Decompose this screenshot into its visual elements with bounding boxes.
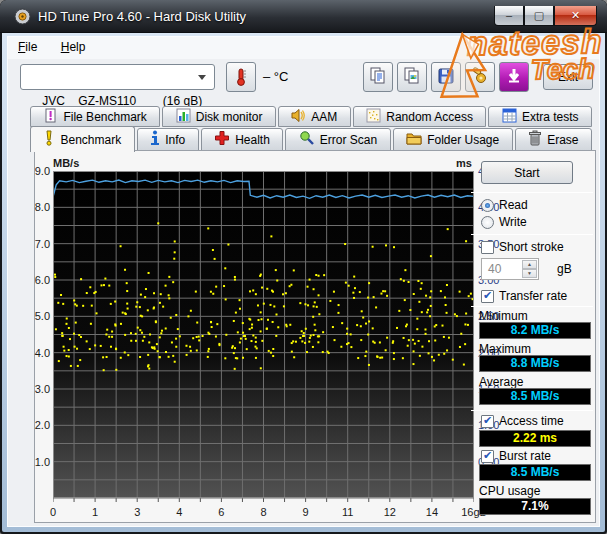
menu-help[interactable]: Help xyxy=(51,37,96,57)
options-button[interactable] xyxy=(465,62,495,92)
magnifier-icon xyxy=(299,130,315,149)
x-axis-tick: 0 xyxy=(33,506,73,518)
start-button[interactable]: Start xyxy=(481,161,573,184)
thermometer-icon xyxy=(232,67,250,87)
tab-label: Disk monitor xyxy=(196,110,263,124)
tab-error-scan[interactable]: Error Scan xyxy=(285,128,390,151)
tab-extra-tests[interactable]: Extra tests xyxy=(488,106,592,127)
x-axis-tick: 6 xyxy=(201,506,241,518)
tab-label: Health xyxy=(235,133,270,147)
exclamation-icon xyxy=(43,130,55,149)
separator xyxy=(471,306,593,307)
download-icon xyxy=(505,67,523,88)
minimum-label: Minimum xyxy=(479,309,528,323)
drive-select-dropdown[interactable]: JVC GZ-MS110 (16 gB) xyxy=(20,64,215,90)
copy-image-button[interactable] xyxy=(397,62,427,92)
tab-label: Extra tests xyxy=(522,110,579,124)
read-radio[interactable] xyxy=(481,199,494,212)
write-radio[interactable] xyxy=(481,216,494,229)
window-title: HD Tune Pro 4.60 - Hard Disk Utility xyxy=(38,9,246,24)
y-axis-tick-left: 3.0 xyxy=(33,383,50,395)
close-button[interactable]: ✕ xyxy=(554,6,597,26)
write-radio-row[interactable]: Write xyxy=(481,215,527,229)
y-axis-tick-left: 7.0 xyxy=(33,238,50,250)
exit-button[interactable]: Exit xyxy=(543,64,593,90)
maximum-label: Maximum xyxy=(479,342,531,356)
info-icon xyxy=(150,130,160,149)
tab-label: AAM xyxy=(311,110,337,124)
short-stroke-checkbox[interactable] xyxy=(481,241,494,254)
tab-file-benchmark[interactable]: File Benchmark xyxy=(30,106,160,127)
y-axis-tick-left: 1.0 xyxy=(33,456,50,468)
y-axis-tick-left: 2.0 xyxy=(33,419,50,431)
average-label: Average xyxy=(479,375,523,389)
short-stroke-label: Short stroke xyxy=(499,240,564,254)
tab-erase[interactable]: Erase xyxy=(515,128,592,151)
copy-button[interactable] xyxy=(363,62,393,92)
transfer-rate-checkbox[interactable] xyxy=(481,290,494,303)
burst-rate-checkbox[interactable] xyxy=(481,450,494,463)
title-bar[interactable]: HD Tune Pro 4.60 - Hard Disk Utility – ▢… xyxy=(0,0,607,33)
access-time-label: Access time xyxy=(499,414,564,428)
tab-disk-monitor[interactable]: Disk monitor xyxy=(162,106,276,127)
disk-monitor-icon xyxy=(176,108,191,126)
folder-icon xyxy=(406,131,422,148)
download-button[interactable] xyxy=(499,62,529,92)
tab-label: Random Access xyxy=(386,110,473,124)
capacity-value: 40 xyxy=(488,262,501,276)
x-axis-tick: 3 xyxy=(117,506,157,518)
cpu-usage-label: CPU usage xyxy=(479,484,540,498)
average-value: 8.5 MB/s xyxy=(479,388,591,405)
temperature-value: – °C xyxy=(263,69,288,84)
x-axis-tick: 4 xyxy=(159,506,199,518)
save-icon xyxy=(437,67,455,88)
tab-label: Folder Usage xyxy=(427,133,499,147)
trash-icon xyxy=(528,130,542,149)
access-time-row[interactable]: Access time xyxy=(481,414,564,428)
y-axis-tick-left: 5.0 xyxy=(33,310,50,322)
x-axis-tick: 14 xyxy=(412,506,452,518)
spinner-up-icon[interactable]: ▲ xyxy=(522,260,537,269)
burst-rate-value: 8.5 MB/s xyxy=(479,464,591,481)
tab-aam[interactable]: AAM xyxy=(278,106,351,127)
maximum-value: 8.8 MB/s xyxy=(479,355,591,372)
x-axis-tick: 11 xyxy=(328,506,368,518)
benchmark-chart xyxy=(53,171,474,504)
tab-benchmark[interactable]: Benchmark xyxy=(30,126,135,152)
tab-row-primary: BenchmarkInfoHealthError ScanFolder Usag… xyxy=(30,128,592,151)
random-access-icon xyxy=(366,108,381,126)
capacity-spinner[interactable]: 40 ▲ ▼ xyxy=(481,258,539,280)
burst-rate-row[interactable]: Burst rate xyxy=(481,449,551,463)
tab-label: Info xyxy=(165,133,185,147)
temperature-button[interactable] xyxy=(226,62,256,92)
tab-label: Benchmark xyxy=(60,133,121,147)
tab-random-access[interactable]: Random Access xyxy=(353,106,487,127)
tab-folder-usage[interactable]: Folder Usage xyxy=(393,128,513,151)
access-time-value: 2.22 ms xyxy=(479,430,591,447)
capacity-unit-label: gB xyxy=(557,262,572,276)
right-axis-unit-label: ms xyxy=(456,157,472,169)
tab-info[interactable]: Info xyxy=(137,128,199,151)
y-axis-tick-left: 4.0 xyxy=(33,347,50,359)
read-radio-label: Read xyxy=(499,198,528,212)
cpu-usage-value: 7.1% xyxy=(479,498,591,515)
write-radio-label: Write xyxy=(499,215,527,229)
x-axis-tick: 9 xyxy=(286,506,326,518)
transfer-rate-label: Transfer rate xyxy=(499,289,567,303)
menu-file[interactable]: File xyxy=(8,37,47,57)
y-axis-tick-left: 9.0 xyxy=(33,165,50,177)
health-cross-icon xyxy=(214,130,230,149)
short-stroke-row[interactable]: Short stroke xyxy=(481,240,564,254)
file-benchmark-icon xyxy=(43,108,58,126)
tab-health[interactable]: Health xyxy=(201,128,284,151)
copy-icon xyxy=(369,67,387,88)
read-radio-row[interactable]: Read xyxy=(481,198,528,212)
access-time-checkbox[interactable] xyxy=(481,415,494,428)
spinner-down-icon[interactable]: ▼ xyxy=(522,269,537,278)
save-button[interactable] xyxy=(431,62,461,92)
minimize-button[interactable]: – xyxy=(494,6,524,26)
transfer-rate-row[interactable]: Transfer rate xyxy=(481,289,567,303)
separator xyxy=(471,234,593,235)
tab-label: Erase xyxy=(547,133,578,147)
maximize-button[interactable]: ▢ xyxy=(524,6,554,26)
